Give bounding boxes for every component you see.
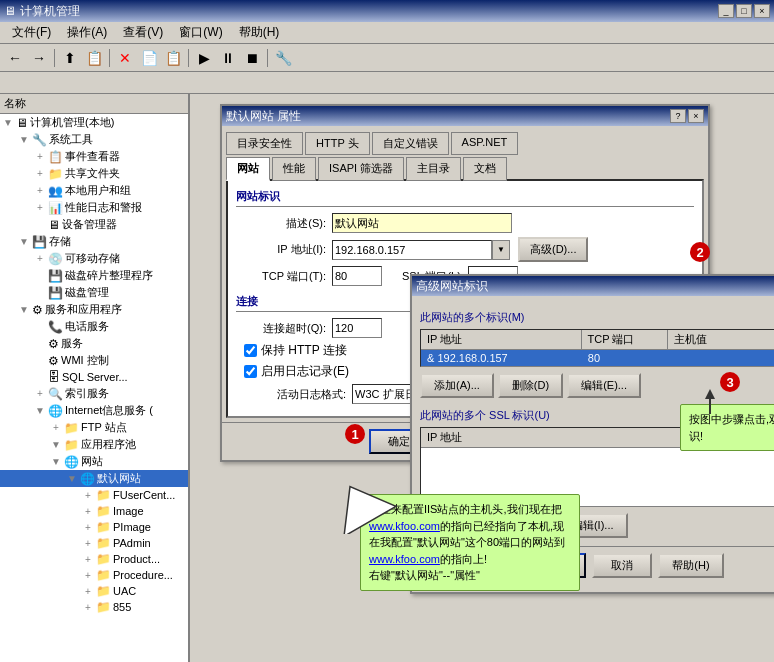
tree-toggle-shares[interactable]: + xyxy=(32,168,48,179)
tree-label-padmin: PAdmin xyxy=(113,537,151,549)
tree-item-events[interactable]: + 📋 事件查看器 xyxy=(0,148,188,165)
tab-website[interactable]: 网站 xyxy=(226,157,270,181)
menu-view[interactable]: 查看(V) xyxy=(115,22,171,43)
tree-toggle-pimage[interactable]: + xyxy=(80,522,96,533)
adv-add-btn[interactable]: 添加(A)... xyxy=(420,373,494,398)
toolbar-action1[interactable]: ▶ xyxy=(193,47,215,69)
tab-perf[interactable]: 性能 xyxy=(272,157,316,181)
toolbar-paste[interactable]: 📋 xyxy=(162,47,184,69)
tree-toggle-855[interactable]: + xyxy=(80,602,96,613)
timeout-input[interactable] xyxy=(332,318,382,338)
tcp-input[interactable] xyxy=(332,266,382,286)
tree-toggle-apppool[interactable]: ▼ xyxy=(48,439,64,450)
toolbar-forward[interactable]: → xyxy=(28,47,50,69)
toolbar-view[interactable]: 📋 xyxy=(83,47,105,69)
menu-action[interactable]: 操作(A) xyxy=(59,22,115,43)
tree-toggle-defaultsite[interactable]: ▼ xyxy=(64,473,80,484)
shares-icon: 📁 xyxy=(48,167,63,181)
tree-item-perf[interactable]: + 📊 性能日志和警报 xyxy=(0,199,188,216)
adv-help-btn[interactable]: 帮助(H) xyxy=(658,553,723,578)
tree-item-websites[interactable]: ▼ 🌐 网站 xyxy=(0,453,188,470)
tree-toggle-storage[interactable]: ▼ xyxy=(16,236,32,247)
toolbar-back[interactable]: ← xyxy=(4,47,26,69)
tree-item-defaultsite[interactable]: ▼ 🌐 默认网站 xyxy=(0,470,188,487)
menu-file[interactable]: 文件(F) xyxy=(4,22,59,43)
tree-item-image[interactable]: + 📁 Image xyxy=(0,503,188,519)
tree-item-users[interactable]: + 👥 本地用户和组 xyxy=(0,182,188,199)
toolbar-action3[interactable]: ⏹ xyxy=(241,47,263,69)
tree-toggle-padmin[interactable]: + xyxy=(80,538,96,549)
tree-toggle-perf[interactable]: + xyxy=(32,202,48,213)
tree-item-padmin[interactable]: + 📁 PAdmin xyxy=(0,535,188,551)
tree-item-devmgr[interactable]: 🖥 设备管理器 xyxy=(0,216,188,233)
tree-toggle-root[interactable]: ▼ xyxy=(0,117,16,128)
tree-toggle-iis[interactable]: ▼ xyxy=(32,405,48,416)
tree-toggle-procedure[interactable]: + xyxy=(80,570,96,581)
toolbar-action2[interactable]: ⏸ xyxy=(217,47,239,69)
tree-item-855[interactable]: + 📁 855 xyxy=(0,599,188,615)
tree-item-shares[interactable]: + 📁 共享文件夹 xyxy=(0,165,188,182)
removable-icon: 💿 xyxy=(48,252,63,266)
ip-input[interactable] xyxy=(332,240,492,260)
tree-toggle-events[interactable]: + xyxy=(32,151,48,162)
tab-docs[interactable]: 文档 xyxy=(463,157,507,181)
tree-item-ftp[interactable]: + 📁 FTP 站点 xyxy=(0,419,188,436)
tree-item-system[interactable]: ▼ 🔧 系统工具 xyxy=(0,131,188,148)
tree-toggle-system[interactable]: ▼ xyxy=(16,134,32,145)
maximize-btn[interactable]: □ xyxy=(736,4,752,18)
tree-item-services[interactable]: ▼ ⚙ 服务和应用程序 xyxy=(0,301,188,318)
tree-toggle-services[interactable]: ▼ xyxy=(16,304,32,315)
tree-toggle-fusercent[interactable]: + xyxy=(80,490,96,501)
tree-item-iis[interactable]: ▼ 🌐 Internet信息服务 ( xyxy=(0,402,188,419)
tab-homedir[interactable]: 主目录 xyxy=(406,157,461,181)
tree-item-product[interactable]: + 📁 Product... xyxy=(0,551,188,567)
adv-cancel-btn[interactable]: 取消 xyxy=(592,553,652,578)
ip-dropdown-btn[interactable]: ▼ xyxy=(492,240,510,260)
menu-help[interactable]: 帮助(H) xyxy=(231,22,288,43)
tree-toggle-image[interactable]: + xyxy=(80,506,96,517)
tree-item-diskmgr[interactable]: 💾 磁盘管理 xyxy=(0,284,188,301)
main-dialog-help-btn[interactable]: ? xyxy=(670,109,686,123)
tree-toggle-users[interactable]: + xyxy=(32,185,48,196)
toolbar-up[interactable]: ⬆ xyxy=(59,47,81,69)
enablelog-checkbox[interactable] xyxy=(244,365,257,378)
tree-item-apppool[interactable]: ▼ 📁 应用程序池 xyxy=(0,436,188,453)
tree-item-procedure[interactable]: + 📁 Procedure... xyxy=(0,567,188,583)
tree-item-storage[interactable]: ▼ 💾 存储 xyxy=(0,233,188,250)
toolbar-props[interactable]: 🔧 xyxy=(272,47,294,69)
menu-window[interactable]: 窗口(W) xyxy=(171,22,230,43)
tree-item-sqlsvr[interactable]: 🗄 SQL Server... xyxy=(0,369,188,385)
main-dialog-close-btn[interactable]: × xyxy=(688,109,704,123)
tree-toggle-product[interactable]: + xyxy=(80,554,96,565)
tree-item-root[interactable]: ▼ 🖥 计算机管理(本地) xyxy=(0,114,188,131)
identity-table-row[interactable]: & 192.168.0.157 80 xyxy=(421,350,774,366)
tree-toggle-websites[interactable]: ▼ xyxy=(48,456,64,467)
tree-item-index[interactable]: + 🔍 索引服务 xyxy=(0,385,188,402)
tree-item-telsvr[interactable]: 📞 电话服务 xyxy=(0,318,188,335)
adv-delete-btn[interactable]: 删除(D) xyxy=(498,373,563,398)
tree-toggle-removable[interactable]: + xyxy=(32,253,48,264)
toolbar-delete[interactable]: ✕ xyxy=(114,47,136,69)
tab-isapi[interactable]: ISAPI 筛选器 xyxy=(318,157,404,181)
tree-item-uac[interactable]: + 📁 UAC xyxy=(0,583,188,599)
advanced-btn[interactable]: 高级(D)... xyxy=(518,237,588,262)
tab-customerr[interactable]: 自定义错误 xyxy=(372,132,449,155)
tab-http[interactable]: HTTP 头 xyxy=(305,132,370,155)
tab-aspnet[interactable]: ASP.NET xyxy=(451,132,519,155)
tree-toggle-index[interactable]: + xyxy=(32,388,48,399)
tree-item-defrag[interactable]: 💾 磁盘碎片整理程序 xyxy=(0,267,188,284)
tree-toggle-ftp[interactable]: + xyxy=(48,422,64,433)
tree-item-wmi[interactable]: ⚙ WMI 控制 xyxy=(0,352,188,369)
tree-item-fusercent[interactable]: + 📁 FUserCent... xyxy=(0,487,188,503)
tree-item-removable[interactable]: + 💿 可移动存储 xyxy=(0,250,188,267)
tree-item-pimage[interactable]: + 📁 PImage xyxy=(0,519,188,535)
adv-edit-btn[interactable]: 编辑(E)... xyxy=(567,373,641,398)
tree-toggle-uac[interactable]: + xyxy=(80,586,96,597)
tab-dirsec[interactable]: 目录安全性 xyxy=(226,132,303,155)
keephttp-checkbox[interactable] xyxy=(244,344,257,357)
minimize-btn[interactable]: _ xyxy=(718,4,734,18)
tree-item-svc[interactable]: ⚙ 服务 xyxy=(0,335,188,352)
toolbar-copy[interactable]: 📄 xyxy=(138,47,160,69)
close-btn[interactable]: × xyxy=(754,4,770,18)
desc-input[interactable] xyxy=(332,213,512,233)
